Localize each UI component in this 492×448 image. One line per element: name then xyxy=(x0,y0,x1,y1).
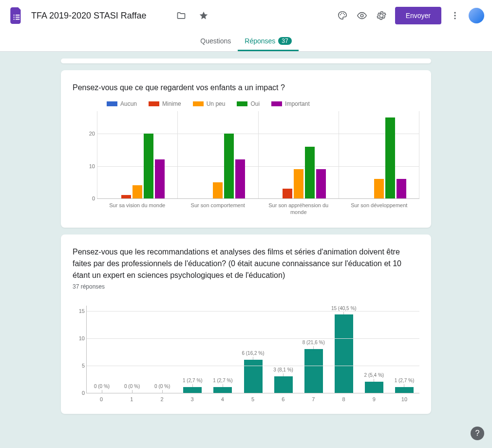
chart2-column: 3 (8,1 %) xyxy=(268,306,299,393)
chart2-bar xyxy=(213,387,232,392)
chart1-bar xyxy=(385,117,395,198)
legend-item: Important xyxy=(271,100,310,107)
preview-button[interactable] xyxy=(352,6,372,25)
legend-item: Un peu xyxy=(193,100,226,107)
chart2-plot: 051015 0 (0 %)0 (0 %)0 (0 %)1 (2,7 %)1 (… xyxy=(86,306,419,393)
chart2-xlabel: 1 xyxy=(116,393,147,402)
card-impact-chart: Pensez-vous que ce que regardent vos enf… xyxy=(61,70,431,228)
palette-icon xyxy=(337,10,348,21)
chart1-bar xyxy=(213,182,223,198)
form-tabs: Questions Réponses 37 xyxy=(0,31,492,52)
chart1-legend: AucunMinimeUn peuOuiImportant xyxy=(92,100,419,107)
tab-questions[interactable]: Questions xyxy=(193,32,238,51)
legend-item: Minime xyxy=(149,100,181,107)
chart1-bar xyxy=(397,179,406,198)
chart2-bar xyxy=(183,387,202,392)
send-button[interactable]: Envoyer xyxy=(395,7,441,24)
legend-item: Aucun xyxy=(107,100,137,107)
chart2-xlabel: 8 xyxy=(329,393,359,402)
chart1-xlabel: Sur son comportement xyxy=(178,199,259,216)
chart2-bar-label: 0 (0 %) xyxy=(94,384,110,389)
app-header: Envoyer xyxy=(0,0,492,31)
chart1-group xyxy=(339,111,419,198)
chart2-bar-label: 2 (5,4 %) xyxy=(364,372,384,378)
chart2-xlabel: 6 xyxy=(268,393,298,402)
card1-title: Pensez-vous que ce que regardent vos enf… xyxy=(73,82,419,94)
chart1-group xyxy=(258,111,339,198)
folder-icon xyxy=(176,11,186,20)
chart2-column: 0 (0 %) xyxy=(87,306,117,393)
chart2-xlabel: 3 xyxy=(177,393,208,402)
chart1-xlabel: Sur sa vision du monde xyxy=(97,199,178,216)
chart1-bar xyxy=(144,134,153,198)
tab-responses[interactable]: Réponses 37 xyxy=(238,32,298,51)
chart2-bar-label: 1 (2,7 %) xyxy=(213,378,233,383)
chart1-bar xyxy=(316,169,326,198)
svg-point-6 xyxy=(454,15,455,16)
gear-icon xyxy=(376,10,387,21)
chart1-area: AucunMinimeUn peuOuiImportant 01020 Sur … xyxy=(73,96,419,216)
chart2-column: 1 (2,7 %) xyxy=(177,306,208,393)
card2-title: Pensez-vous que les recommandations et a… xyxy=(73,246,419,281)
chart2-bar-label: 3 (8,1 %) xyxy=(273,367,293,372)
customize-theme-button[interactable] xyxy=(333,6,352,25)
svg-point-0 xyxy=(340,14,341,15)
svg-point-7 xyxy=(454,18,455,19)
star-icon xyxy=(199,11,208,20)
move-to-folder-button[interactable] xyxy=(171,6,191,25)
chart1-bar xyxy=(283,189,292,198)
star-button[interactable] xyxy=(194,6,213,25)
chart1-bar xyxy=(235,159,245,198)
chart2-bar-label: 1 (2,7 %) xyxy=(183,378,203,383)
chart1-bar xyxy=(224,134,234,198)
chart2-column: 2 (5,4 %) xyxy=(359,306,389,393)
chart1-plot: 01020 xyxy=(97,111,419,199)
svg-point-3 xyxy=(344,14,345,15)
responses-count-badge: 37 xyxy=(278,37,291,45)
chart1-bar xyxy=(305,147,315,198)
card-previous-stub xyxy=(61,58,431,63)
chart1-bar xyxy=(121,195,131,198)
more-button[interactable] xyxy=(445,6,465,25)
chart2-bar-label: 15 (40,5 %) xyxy=(331,306,357,311)
card-recommendation-chart: Pensez-vous que les recommandations et a… xyxy=(61,234,431,414)
chart1-bar xyxy=(155,159,165,198)
svg-point-4 xyxy=(360,14,363,17)
chart1-bar xyxy=(132,185,142,198)
chart2-column: 1 (2,7 %) xyxy=(208,306,238,393)
page-body: Pensez-vous que ce que regardent vos enf… xyxy=(0,52,492,448)
legend-item: Oui xyxy=(237,100,260,107)
chart2-bar xyxy=(274,376,293,393)
chart2-xlabel: 0 xyxy=(86,393,116,402)
chart2-bar xyxy=(395,387,414,392)
chart2-xlabels: 012345678910 xyxy=(86,393,419,402)
chart2-bar xyxy=(244,360,263,392)
chart2-bar xyxy=(304,349,323,393)
chart1-xlabel: Sur son développement xyxy=(339,199,420,216)
forms-doc-icon xyxy=(8,7,25,24)
chart2-bar xyxy=(365,382,383,392)
card2-subtitle: 37 réponses xyxy=(73,283,419,290)
chart1-xlabels: Sur sa vision du mondeSur son comporteme… xyxy=(97,199,419,216)
chart2-bar-label: 8 (21,6 %) xyxy=(303,340,325,345)
account-avatar[interactable] xyxy=(469,8,484,23)
help-button[interactable]: ? xyxy=(471,427,484,440)
doc-title-input[interactable] xyxy=(31,11,168,21)
chart2-bar-label: 6 (16,2 %) xyxy=(242,351,264,356)
chart2-bar-label: 1 (2,7 %) xyxy=(395,378,415,383)
svg-point-2 xyxy=(342,13,343,14)
chart2-column: 8 (21,6 %) xyxy=(299,306,329,393)
chart2-xlabel: 7 xyxy=(298,393,328,402)
chart2-xlabel: 4 xyxy=(208,393,238,402)
svg-point-1 xyxy=(341,13,342,14)
chart2-bar-label: 0 (0 %) xyxy=(124,384,140,389)
chart2-bar xyxy=(335,314,353,392)
chart2-column: 6 (16,2 %) xyxy=(238,306,268,393)
chart2-column: 0 (0 %) xyxy=(117,306,147,393)
settings-button[interactable] xyxy=(372,6,391,25)
chart2-bar-label: 0 (0 %) xyxy=(154,384,170,389)
tab-responses-label: Réponses xyxy=(245,37,275,45)
chart1-group xyxy=(97,111,177,198)
chart2-xlabel: 9 xyxy=(359,393,389,402)
chart2-column: 1 (2,7 %) xyxy=(389,306,419,393)
